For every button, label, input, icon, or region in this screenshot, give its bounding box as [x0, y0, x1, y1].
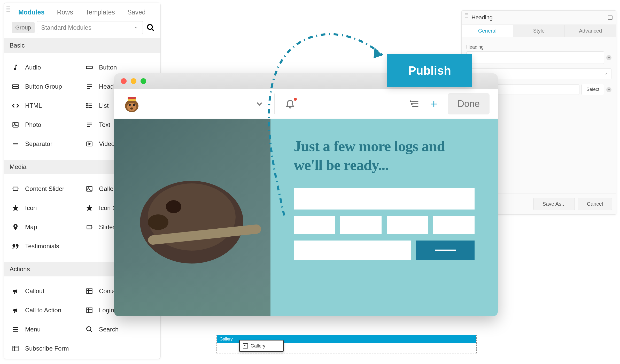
- preview-window: + Done Just a few more logs and we'll be…: [114, 73, 498, 316]
- form-input-4[interactable]: [387, 216, 428, 234]
- svg-point-41: [87, 327, 91, 331]
- preview-content: Just a few more logs and we'll be ready.…: [114, 119, 498, 316]
- slideshow-icon: [86, 223, 93, 231]
- quote-icon: [12, 242, 19, 250]
- drag-handle-icon[interactable]: [465, 13, 468, 22]
- svg-rect-43: [13, 346, 18, 351]
- table-icon: [86, 306, 93, 314]
- tab-rows[interactable]: Rows: [57, 9, 73, 16]
- builder-toolbar: + Done: [114, 89, 498, 119]
- svg-point-12: [87, 107, 88, 108]
- close-window-icon[interactable]: [121, 78, 127, 84]
- group-select[interactable]: Standard Modules: [37, 21, 143, 34]
- gallery-icon: [86, 185, 93, 193]
- outline-icon[interactable]: [410, 99, 420, 109]
- svg-rect-52: [128, 97, 136, 99]
- svg-line-42: [90, 330, 92, 332]
- maximize-window-icon[interactable]: [141, 78, 146, 84]
- svg-point-0: [148, 25, 152, 29]
- tab-templates[interactable]: Templates: [86, 9, 115, 16]
- done-button[interactable]: Done: [448, 93, 490, 114]
- svg-point-56: [410, 101, 411, 102]
- module-audio[interactable]: Audio: [10, 58, 81, 77]
- svg-point-48: [129, 104, 131, 106]
- form-input-2[interactable]: [294, 216, 335, 234]
- svg-rect-3: [12, 85, 18, 86]
- module-label: Subscribe Form: [25, 345, 69, 352]
- chevron-down-icon[interactable]: [255, 99, 264, 109]
- search-button[interactable]: [145, 22, 156, 33]
- module-testimonials[interactable]: Testimonials: [10, 237, 81, 256]
- save-as-button[interactable]: Save As...: [533, 198, 575, 210]
- svg-rect-22: [13, 187, 18, 191]
- form-input-6[interactable]: [294, 241, 411, 260]
- svg-point-58: [413, 106, 414, 107]
- module-menu[interactable]: Menu: [10, 320, 81, 339]
- group-badge: Group: [12, 22, 35, 33]
- module-label: Call to Action: [25, 307, 61, 314]
- module-search[interactable]: Search: [83, 320, 155, 339]
- svg-point-62: [148, 214, 168, 230]
- add-icon[interactable]: +: [606, 55, 611, 60]
- svg-point-8: [87, 103, 88, 104]
- submit-button[interactable]: [416, 241, 475, 260]
- svg-point-61: [166, 200, 181, 213]
- module-separator[interactable]: Separator: [10, 134, 81, 153]
- publish-button[interactable]: Publish: [387, 54, 472, 87]
- search-icon: [146, 24, 155, 32]
- module-label: Photo: [25, 121, 41, 128]
- module-label: Menu: [25, 326, 41, 333]
- megaphone-icon: [12, 287, 19, 295]
- svg-point-49: [133, 104, 135, 106]
- tab-style[interactable]: Style: [513, 25, 565, 37]
- heading-input[interactable]: [466, 51, 604, 64]
- svg-rect-2: [86, 66, 92, 68]
- expand-icon[interactable]: [608, 16, 613, 20]
- cancel-button[interactable]: Cancel: [578, 198, 612, 210]
- svg-point-47: [127, 103, 136, 111]
- module-html[interactable]: HTML: [10, 96, 81, 115]
- code-icon: [12, 102, 19, 110]
- section-basic-header: Basic: [4, 38, 160, 53]
- svg-point-50: [130, 107, 133, 110]
- module-label: Text: [99, 121, 110, 128]
- module-cta[interactable]: Call to Action: [10, 301, 81, 320]
- module-content-slider[interactable]: Content Slider: [10, 179, 81, 198]
- svg-rect-29: [87, 225, 92, 229]
- gallery-icon: [243, 343, 248, 348]
- tab-modules[interactable]: Modules: [18, 9, 44, 16]
- beaver-photo: [122, 150, 261, 284]
- star-icon: [86, 204, 93, 212]
- form-input-1[interactable]: [294, 188, 475, 210]
- module-photo[interactable]: Photo: [10, 115, 81, 134]
- gallery-drop-zone[interactable]: Gallery Gallery: [216, 335, 477, 353]
- chevron-down-icon: [604, 72, 608, 76]
- tab-general[interactable]: General: [462, 25, 513, 37]
- search-icon: [86, 326, 93, 333]
- add-icon[interactable]: +: [606, 87, 611, 92]
- tab-advanced[interactable]: Advanced: [565, 25, 616, 37]
- module-subscribe-form[interactable]: Subscribe Form: [10, 339, 81, 358]
- megaphone-icon: [12, 306, 19, 314]
- module-map[interactable]: Map: [10, 218, 81, 237]
- add-module-button[interactable]: +: [430, 97, 437, 111]
- module-label: HTML: [25, 102, 42, 109]
- music-note-icon: [12, 64, 19, 71]
- gallery-drag-chip[interactable]: Gallery: [239, 340, 284, 352]
- form-input-3[interactable]: [340, 216, 382, 234]
- beaver-logo-icon[interactable]: [122, 95, 141, 113]
- drag-handle-icon[interactable]: [6, 6, 10, 22]
- settings-title: Heading: [471, 14, 493, 21]
- module-button-group[interactable]: Button Group: [10, 77, 81, 96]
- form-input-5[interactable]: [433, 216, 475, 234]
- tab-saved[interactable]: Saved: [127, 9, 146, 16]
- pin-icon: [12, 223, 19, 231]
- module-icon[interactable]: Icon: [10, 198, 81, 218]
- svg-rect-35: [87, 308, 92, 313]
- table-icon: [86, 287, 93, 295]
- module-label: Icon: [25, 204, 37, 212]
- module-callout[interactable]: Callout: [10, 282, 81, 301]
- select-button[interactable]: Select: [582, 84, 604, 95]
- minimize-window-icon[interactable]: [131, 78, 136, 84]
- notifications-button[interactable]: [285, 98, 295, 110]
